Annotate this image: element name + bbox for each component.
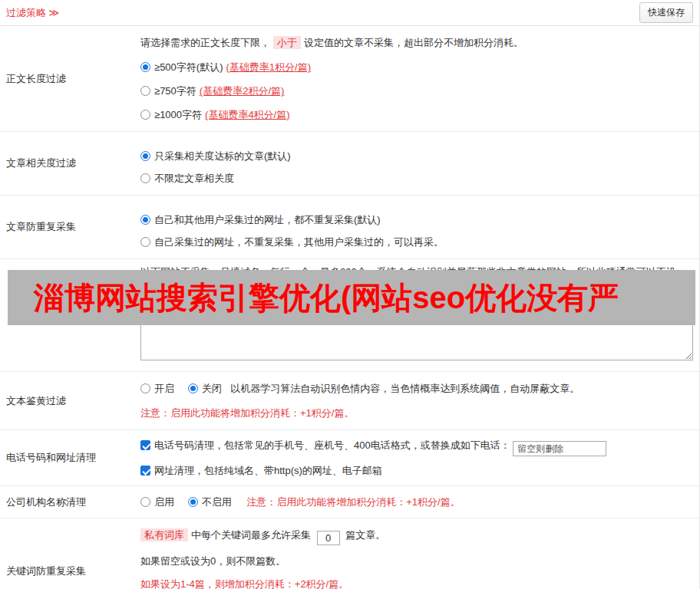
relevance-label: 文章相关度过滤 <box>0 132 134 195</box>
dedup-label: 文章防重复采集 <box>0 196 134 258</box>
row-body-length-filter: 正文长度过滤 请选择需求的正文长度下限，小于设定值的文章不采集，超出部分不增加积… <box>0 26 699 132</box>
option-dedup-all-users[interactable]: 自己和其他用户采集过的网址，都不重复采集(默认) <box>140 212 693 227</box>
option-length-1000-label: ≥1000字符 <box>154 109 202 120</box>
option-relevance-any[interactable]: 不限定文章相关度 <box>140 171 693 186</box>
radio-dedup-all-users-icon[interactable] <box>140 215 150 225</box>
phone-url-label: 电话号码和网址清理 <box>0 430 134 485</box>
body-length-desc: 请选择需求的正文长度下限，小于设定值的文章不采集，超出部分不增加积分消耗。 <box>140 35 693 50</box>
row-company-cleanup: 公司机构名称清理 启用 不启用 注意：启用此功能将增加积分消耗：+1积分/篇。 <box>0 486 699 518</box>
row-dedup-collection: 文章防重复采集 自己和其他用户采集过的网址，都不重复采集(默认) 自己采集过的网… <box>0 196 699 259</box>
private-lexicon-highlight: 私有词库 <box>140 528 188 541</box>
keyword-limit-input[interactable] <box>317 531 340 545</box>
page-title: 过滤策略 ≫ <box>6 6 59 20</box>
company-cleanup-warning: 注意：启用此功能将增加积分消耗：+1积分/篇。 <box>246 496 460 508</box>
option-length-500-label: ≥500字符(默认) <box>154 61 223 73</box>
keyword-limit-suffix: 篇文章。 <box>345 529 385 541</box>
company-cleanup-label: 公司机构名称清理 <box>0 486 134 518</box>
radio-company-on-icon[interactable] <box>140 497 150 507</box>
phone-url-content: 电话号码清理，包括常见的手机号、座机号、400电话格式，或替换成如下电话： 网址… <box>134 430 699 485</box>
keyword-limit-text: 中每个关键词最多允许采集 <box>191 529 311 541</box>
keyword-limit-line: 私有词库中每个关键词最多允许采集 篇文章。 <box>140 528 693 545</box>
quick-save-button[interactable]: 快速保存 <box>639 2 693 23</box>
option-length-1000-rate: (基础费率4积分/篇) <box>205 109 290 120</box>
row-porn-filter: 文本鉴黄过滤 开启 关闭 以机器学习算法自动识别色情内容，当色情概率达到系统阈值… <box>0 372 699 430</box>
porn-filter-label: 文本鉴黄过滤 <box>0 372 134 429</box>
keyword-note-zero: 如果留空或设为0，则不限篇数。 <box>140 554 693 568</box>
option-length-500[interactable]: ≥500字符(默认)(基础费率1积分/篇) <box>140 60 693 74</box>
option-relevance-strict[interactable]: 只采集相关度达标的文章(默认) <box>140 149 693 163</box>
option-company-on-label: 启用 <box>154 496 174 508</box>
option-company-off-label: 不启用 <box>202 496 232 508</box>
checkbox-url-cleanup-icon[interactable] <box>140 466 150 475</box>
option-porn-on-label: 开启 <box>154 383 174 394</box>
radio-company-off-icon[interactable] <box>188 497 198 507</box>
checkbox-phone-cleanup-icon[interactable] <box>140 440 150 450</box>
keyword-note-cost: 如果设为1-4篇，则增加积分消耗：+2积分/篇。 <box>140 577 693 589</box>
porn-filter-options: 开启 关闭 以机器学习算法自动识别色情内容，当色情概率达到系统阈值，自动屏蔽文章… <box>140 381 693 396</box>
option-length-500-rate: (基础费率1积分/篇) <box>226 61 311 73</box>
radio-length-500-icon[interactable] <box>140 62 150 72</box>
option-length-1000[interactable]: ≥1000字符(基础费率4积分/篇) <box>140 107 693 122</box>
overlay-ad-banner: 淄博网站搜索引擎优化(网站seo优化没有严 <box>8 270 695 325</box>
option-length-750-rate: (基础费率2积分/篇) <box>200 85 285 97</box>
radio-porn-off-icon[interactable] <box>188 383 198 393</box>
porn-filter-desc: 以机器学习算法自动识别色情内容，当色情概率达到系统阈值，自动屏蔽文章。 <box>230 383 579 394</box>
dedup-content: 自己和其他用户采集过的网址，都不重复采集(默认) 自己采集过的网址，不重复采集，… <box>134 196 699 258</box>
row-keyword-dedup: 关键词防重复采集 私有词库中每个关键词最多允许采集 篇文章。 如果留空或设为0，… <box>0 518 699 589</box>
option-company-off[interactable]: 不启用 <box>188 496 232 508</box>
radio-porn-on-icon[interactable] <box>140 383 150 393</box>
overlay-ad-text: 淄博网站搜索引擎优化(网站seo优化没有严 <box>34 277 619 319</box>
row-relevance-filter: 文章相关度过滤 只采集相关度达标的文章(默认) 不限定文章相关度 <box>0 132 699 196</box>
option-length-750[interactable]: ≥750字符(基础费率2积分/篇) <box>140 84 693 98</box>
option-porn-on[interactable]: 开启 <box>140 383 174 394</box>
radio-relevance-any-icon[interactable] <box>140 173 150 183</box>
option-company-on[interactable]: 启用 <box>140 496 174 508</box>
company-cleanup-content: 启用 不启用 注意：启用此功能将增加积分消耗：+1积分/篇。 <box>134 486 699 518</box>
desc-highlight: 小于 <box>273 36 301 49</box>
option-porn-off-label: 关闭 <box>202 383 222 394</box>
body-length-content: 请选择需求的正文长度下限，小于设定值的文章不采集，超出部分不增加积分消耗。 ≥5… <box>134 26 699 131</box>
desc-text-pre: 请选择需求的正文长度下限， <box>140 37 270 48</box>
filter-strategy-page: 过滤策略 ≫ 快速保存 正文长度过滤 请选择需求的正文长度下限，小于设定值的文章… <box>0 0 700 589</box>
option-length-750-label: ≥750字符 <box>154 85 196 97</box>
phone-cleanup-option[interactable]: 电话号码清理，包括常见的手机号、座机号、400电话格式，或替换成如下电话： <box>140 438 693 456</box>
url-cleanup-option[interactable]: 网址清理，包括纯域名、带http(s)的网址、电子邮箱 <box>140 463 693 478</box>
replacement-phone-input[interactable] <box>513 441 606 456</box>
option-dedup-self-only-label: 自己采集过的网址，不重复采集，其他用户采集过的，可以再采。 <box>154 236 444 248</box>
body-length-label: 正文长度过滤 <box>0 26 134 131</box>
relevance-content: 只采集相关度达标的文章(默认) 不限定文章相关度 <box>134 132 699 195</box>
keyword-dedup-content: 私有词库中每个关键词最多允许采集 篇文章。 如果留空或设为0，则不限篇数。 如果… <box>134 518 699 589</box>
option-dedup-all-users-label: 自己和其他用户采集过的网址，都不重复采集(默认) <box>154 214 381 225</box>
porn-filter-content: 开启 关闭 以机器学习算法自动识别色情内容，当色情概率达到系统阈值，自动屏蔽文章… <box>134 372 699 429</box>
radio-relevance-strict-icon[interactable] <box>140 151 150 161</box>
desc-text-post: 设定值的文章不采集，超出部分不增加积分消耗。 <box>304 37 523 48</box>
radio-length-750-icon[interactable] <box>140 86 150 96</box>
page-header: 过滤策略 ≫ 快速保存 <box>0 0 699 26</box>
radio-dedup-self-only-icon[interactable] <box>140 237 150 247</box>
option-porn-off[interactable]: 关闭 <box>188 383 222 394</box>
option-relevance-any-label: 不限定文章相关度 <box>154 173 234 184</box>
url-cleanup-label: 网址清理，包括纯域名、带http(s)的网址、电子邮箱 <box>154 465 382 476</box>
row-phone-url-cleanup: 电话号码和网址清理 电话号码清理，包括常见的手机号、座机号、400电话格式，或替… <box>0 430 699 486</box>
keyword-dedup-label: 关键词防重复采集 <box>0 518 134 589</box>
option-relevance-strict-label: 只采集相关度达标的文章(默认) <box>154 150 291 162</box>
option-dedup-self-only[interactable]: 自己采集过的网址，不重复采集，其他用户采集过的，可以再采。 <box>140 235 693 249</box>
phone-cleanup-label: 电话号码清理，包括常见的手机号、座机号、400电话格式，或替换成如下电话： <box>154 439 510 451</box>
radio-length-1000-icon[interactable] <box>140 110 150 120</box>
porn-filter-warning: 注意：启用此功能将增加积分消耗：+1积分/篇。 <box>140 406 693 420</box>
